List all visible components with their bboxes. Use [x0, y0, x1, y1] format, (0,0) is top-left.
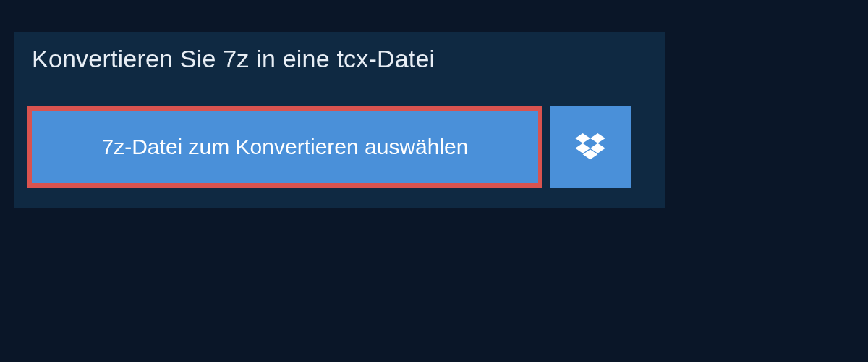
highlight-border: 7z-Datei zum Konvertieren auswählen: [27, 106, 542, 188]
action-row: 7z-Datei zum Konvertieren auswählen: [14, 86, 665, 208]
select-file-button[interactable]: 7z-Datei zum Konvertieren auswählen: [32, 111, 538, 183]
title-bar: Konvertieren Sie 7z in eine tcx-Datei: [14, 32, 452, 86]
select-file-label: 7z-Datei zum Konvertieren auswählen: [102, 135, 469, 159]
converter-panel: Konvertieren Sie 7z in eine tcx-Datei 7z…: [14, 32, 665, 208]
page-title: Konvertieren Sie 7z in eine tcx-Datei: [32, 45, 435, 72]
dropbox-button[interactable]: [550, 106, 631, 188]
dropbox-icon: [575, 133, 605, 161]
